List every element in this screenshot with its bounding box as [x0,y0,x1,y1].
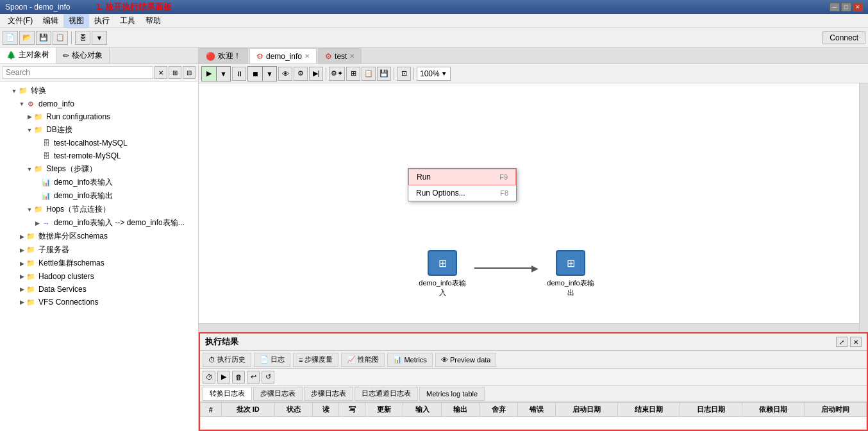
step-output-box[interactable]: ⊞ demo_info表输出 [545,250,596,298]
save2-button[interactable]: 💾 [377,67,391,81]
exec-tab-perf[interactable]: 📈 性能图 [341,353,385,367]
step-input-label: demo_info表输入 [417,278,468,298]
col-output: 输出 [441,403,479,417]
tree-item-db-connection[interactable]: ▼ 📁 DB连接 [0,123,198,137]
exec-tab-history[interactable]: ⏱ 执行历史 [203,353,251,367]
tree-item-step-output[interactable]: 📊 demo_info表输出 [0,189,198,203]
maximize-button[interactable]: □ [841,3,851,12]
exec-tab-metrics[interactable]: 📊 Metrics [387,353,432,367]
tree-item-subserver[interactable]: ▶ 📁 子服务器 [0,243,198,257]
tree-item-steps[interactable]: ▼ 📁 Steps（步骤） [0,162,198,176]
pause-button[interactable]: ⏸ [232,67,246,81]
exec-undo-btn[interactable]: ↩ [247,371,260,384]
tree-item-demo-info[interactable]: ▼ ⚙ demo_info [0,97,198,110]
exec-run2-btn[interactable]: ▶ [217,371,230,384]
preview-button[interactable]: 👁 [278,67,292,81]
tab-core-objects[interactable]: ✏ 核心对象 [56,47,110,63]
save-button[interactable]: 💾 [36,31,51,45]
col-input: 输入 [403,403,441,417]
tree-icon: 🌲 [6,51,16,60]
menu-execute[interactable]: 执行 [89,14,115,28]
db-button[interactable]: 🗄 [75,31,90,45]
fit-button[interactable]: ⊡ [397,67,411,81]
search-collapse-button[interactable]: ⊟ [183,66,196,79]
step-output-icon: ⊞ [556,250,585,276]
subtab-metrics-log[interactable]: Metrics log table [419,387,485,401]
tree-item-hops[interactable]: ▼ 📁 Hops（节点连接） [0,203,198,216]
subtab-channel-log[interactable]: 日志通道日志表 [355,387,418,401]
saveas-button[interactable]: 📋 [53,31,68,45]
col-dep-date: 依赖日期 [742,403,805,417]
test-icon: ⚙ [325,52,332,61]
menu-bar: 文件(F) 编辑 视图 执行 工具 帮助 [0,14,868,28]
open-button[interactable]: 📂 [19,31,35,45]
canvas-scrollbar-h[interactable] [199,323,859,332]
exec-delete-btn[interactable]: 🗑 [232,371,245,384]
exec-redo-btn[interactable]: ↺ [262,371,274,384]
col-start-date: 启动日期 [556,403,618,417]
editor-tabs: 🔴 欢迎！ ⚙ demo_info ✕ ⚙ test ✕ [199,47,868,64]
perf-icon: 📈 [347,355,356,364]
exec-run-btn[interactable]: ⏱ [203,371,215,384]
subtab-transform-log[interactable]: 转换日志表 [203,387,252,401]
copy-button[interactable]: ⊞ [346,67,360,81]
minimize-button[interactable]: ─ [830,3,840,12]
tree-item-kettle-clusters[interactable]: ▶ 📁 Kettle集群schemas [0,257,198,270]
menu-view[interactable]: 视图 [63,14,89,28]
col-batch-id: 批次 ID [221,403,274,417]
run-option-options[interactable]: Run Options... F8 [408,185,516,201]
dropdown-btn[interactable]: ▼ [92,31,107,45]
tree-item-data-services[interactable]: ▶ 📁 Data Services [0,283,198,296]
subtab-step-log[interactable]: 步骤日志表 [253,387,303,401]
zoom-dropdown[interactable]: ▼ [441,70,447,77]
exec-tab-log[interactable]: 📄 日志 [254,353,290,367]
tree-item-remote-mysql[interactable]: 🗄 test-remote-MySQL [0,149,198,162]
tree-item-vfs[interactable]: ▶ 📁 VFS Connections [0,296,198,308]
tree-item-run-config[interactable]: ▶ 📁 Run configurations [0,110,198,123]
run-option-run[interactable]: Run F9 [408,169,516,185]
stop-dropdown[interactable]: ▼ [262,67,276,81]
annotation: 1. 放开执行结果面板 [96,1,172,13]
tab-close-test[interactable]: ✕ [349,53,355,60]
exec-tab-preview[interactable]: 👁 Preview data [435,353,497,367]
exec-expand-button[interactable]: ⤢ [836,337,847,347]
canvas-area[interactable]: ⊞ demo_info表输入 ▶ ⊞ demo_info表输出 [199,83,868,332]
menu-file[interactable]: 文件(F) [3,14,38,28]
subtab-step-log2[interactable]: 步骤日志表 [304,387,353,401]
close-button[interactable]: ✕ [853,3,863,12]
tab-demo-info[interactable]: ⚙ demo_info ✕ [249,48,317,63]
run-button[interactable]: ▶ [202,67,216,81]
menu-edit[interactable]: 编辑 [38,14,63,28]
new-button[interactable]: 📄 [3,31,18,45]
search-expand-button[interactable]: ⊞ [169,66,181,79]
tree-item-conversion[interactable]: ▼ 📁 转换 [0,84,198,97]
stop-button[interactable]: ⏹ [248,67,262,81]
canvas-scrollbar[interactable] [859,83,868,332]
run-dropdown-arrow[interactable]: ▼ [216,67,230,81]
exec-subtabs: 转换日志表 步骤日志表 步骤日志表 日志通道日志表 Metrics log ta… [200,385,867,402]
paste-button[interactable]: 📋 [362,67,376,81]
tree-item-localhost-mysql[interactable]: 🗄 test-localhost-MySQL [0,137,198,149]
search-clear-button[interactable]: ✕ [154,66,167,79]
exec-panel: 执行结果 ⤢ ✕ ⏱ 执行历史 📄 日志 [199,332,868,431]
connect-button[interactable]: Connect [822,31,865,44]
stop-button-group: ⏹ ▼ [247,66,277,81]
debug-button[interactable]: ▶| [309,67,323,81]
settings-button[interactable]: ⚙ [294,67,308,81]
search-input[interactable] [3,66,153,79]
app-title: Spoon - demo_info [5,3,70,12]
menu-help[interactable]: 帮助 [140,14,166,28]
tab-main-objects[interactable]: 🌲 主对象树 [0,47,56,63]
exec-tab-step-metrics[interactable]: ≡ 步骤度量 [293,353,338,367]
tree-item-hadoop[interactable]: ▶ 📁 Hadoop clusters [0,270,198,283]
step-input-box[interactable]: ⊞ demo_info表输入 [417,250,468,298]
menu-tools[interactable]: 工具 [115,14,140,28]
tab-test[interactable]: ⚙ test ✕ [318,48,362,63]
tab-close-demo[interactable]: ✕ [305,53,310,60]
exec-close-button[interactable]: ✕ [850,337,862,347]
tree-item-schemas[interactable]: ▶ 📁 数据库分区schemas [0,230,198,243]
tree-item-step-input[interactable]: 📊 demo_info表输入 [0,176,198,189]
tree-item-hop-demo[interactable]: ▶ → demo_info表输入 --> demo_info表输... [0,216,198,230]
tab-welcome[interactable]: 🔴 欢迎！ [199,48,248,63]
step-settings[interactable]: ⚙✦ [329,67,345,81]
